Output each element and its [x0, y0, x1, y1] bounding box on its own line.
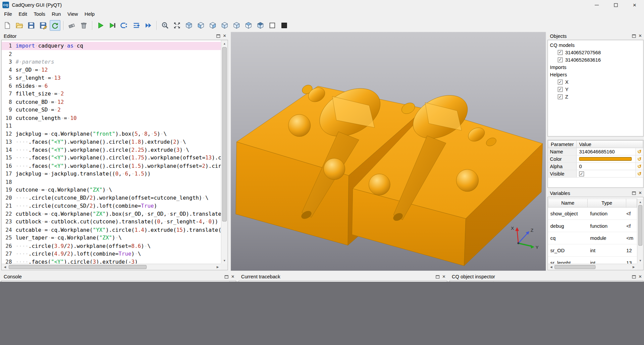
objects-tree[interactable]: CQ models✓3140652707568✓3140652683616Imp… — [547, 40, 644, 137]
code-line[interactable]: 23cutblock·=·cutblock.cut(cutcone).trans… — [2, 218, 221, 226]
scroll-right-button[interactable]: ▶ — [214, 264, 221, 270]
fit-all-button[interactable] — [172, 20, 182, 30]
open-button[interactable] — [14, 20, 25, 30]
autoreload-button[interactable] — [50, 20, 60, 30]
float-panel-button[interactable] — [436, 275, 439, 278]
float-panel-button[interactable] — [632, 275, 636, 278]
scroll-down-button[interactable]: ▼ — [221, 257, 227, 264]
float-panel-button[interactable] — [632, 34, 636, 38]
tree-group-label[interactable]: CQ models — [548, 42, 643, 49]
code-line[interactable]: 28····.faces("<Y").circle(3).extrude(-3) — [2, 258, 221, 264]
scroll-left-button[interactable]: ◀ — [548, 264, 554, 270]
float-panel-button[interactable] — [224, 275, 228, 278]
scroll-handle[interactable] — [222, 47, 226, 222]
variable-row[interactable]: show_objectfunction<f — [548, 208, 637, 220]
item-checkbox[interactable]: ✓ — [558, 80, 563, 85]
viewport-3d[interactable]: X Z Y — [231, 32, 546, 271]
editor-vscrollbar[interactable]: ▲ ▼ — [221, 40, 228, 264]
code-line[interactable]: 25luer_taper·=·cq.Workplane("ZX")·\ — [2, 234, 221, 242]
menu-view[interactable]: View — [64, 10, 81, 18]
shaded-button[interactable] — [279, 20, 289, 30]
code-line[interactable]: 18 — [2, 178, 221, 186]
item-checkbox[interactable]: ✓ — [558, 87, 563, 92]
code-line[interactable]: 5sr_lenght·=·13 — [2, 74, 221, 82]
save-button[interactable] — [26, 20, 37, 30]
scroll-left-button[interactable]: ◀ — [2, 264, 8, 270]
step-in-button[interactable] — [131, 20, 142, 30]
scroll-down-button[interactable]: ▼ — [637, 257, 643, 264]
property-value[interactable]: 3140646685160 — [577, 148, 635, 155]
code-line[interactable]: 6nSides·=·6 — [2, 82, 221, 90]
continue-button[interactable] — [143, 20, 154, 30]
editor-hscrollbar[interactable]: ◀ ▶ — [2, 264, 221, 270]
tree-item[interactable]: ✓X — [548, 78, 643, 86]
code-line[interactable]: 4sr_OD·=·12 — [2, 66, 221, 74]
delete-all-button[interactable] — [78, 20, 89, 30]
menu-help[interactable]: Help — [81, 10, 98, 18]
view-bottom-button[interactable] — [255, 20, 266, 30]
scroll-handle[interactable] — [9, 265, 147, 269]
tree-item[interactable]: ✓Z — [548, 93, 643, 100]
item-checkbox[interactable]: ✓ — [558, 94, 563, 99]
scroll-handle[interactable] — [638, 205, 642, 246]
close-panel-icon[interactable]: ✕ — [231, 275, 234, 279]
scroll-up-button[interactable]: ▲ — [221, 40, 227, 47]
close-panel-icon[interactable]: ✕ — [639, 34, 642, 38]
debug-button[interactable] — [107, 20, 118, 30]
code-line[interactable]: 9cutcone_SD·=·2 — [2, 106, 221, 114]
close-panel-icon[interactable]: ✕ — [639, 275, 642, 279]
code-line[interactable]: 12jackplug·=·cq.Workplane("front").box(5… — [2, 130, 221, 138]
code-line[interactable]: 17jackplug·=·jackplug.translate((0,·6,·1… — [2, 170, 221, 178]
tree-item[interactable]: ✓3140652683616 — [548, 56, 643, 64]
code-line[interactable]: 19cutcone·=·cq.Workplane("ZX")·\ — [2, 186, 221, 194]
revert-button[interactable]: ↺ — [635, 148, 643, 155]
close-panel-icon[interactable]: ✕ — [223, 34, 226, 38]
variable-row[interactable]: sr_ODint12 — [548, 245, 637, 257]
view-top-button[interactable] — [243, 20, 254, 30]
console-vscrollbar[interactable]: ▲ ▼ — [229, 281, 236, 282]
code-line[interactable]: 10cutcone_length·=·10 — [2, 114, 221, 122]
code-line[interactable]: 27····.circle(4.9/2).loft(combine=True)·… — [2, 250, 221, 258]
code-line[interactable]: 11 — [2, 122, 221, 130]
maximize-button[interactable] — [606, 0, 625, 10]
code-line[interactable]: 13····.faces("<Y").workplane().circle(1.… — [2, 138, 221, 146]
scroll-up-button[interactable]: ▲ — [229, 281, 235, 282]
close-panel-icon[interactable]: ✕ — [639, 191, 642, 195]
view-left-button[interactable] — [219, 20, 230, 30]
variables-vscrollbar[interactable]: ▲ ▼ — [637, 199, 643, 264]
revert-button[interactable]: ↺ — [635, 155, 643, 162]
menu-tools[interactable]: Tools — [31, 10, 49, 18]
code-line[interactable]: 21····.circle(cutcone_SD/2).loft(combine… — [2, 202, 221, 210]
code-line[interactable]: 3#·parameters — [2, 58, 221, 66]
tree-item[interactable]: ✓Y — [548, 86, 643, 93]
float-panel-button[interactable] — [216, 34, 220, 38]
code-line[interactable]: 15····.faces("<Y").workplane().circle(1.… — [2, 154, 221, 162]
property-value[interactable]: 0 — [577, 163, 635, 170]
code-line[interactable]: 8cutcone_BD·=·12 — [2, 98, 221, 106]
close-panel-icon[interactable]: ✕ — [442, 275, 445, 279]
variable-row[interactable]: cqmodule<m — [548, 232, 637, 245]
property-value[interactable]: ✓ — [577, 170, 635, 177]
code-line[interactable]: 20····.circle(cutcone_BD/2).workplane(of… — [2, 194, 221, 202]
minimize-button[interactable] — [587, 0, 606, 10]
fit-view-button[interactable] — [160, 20, 170, 30]
console-area[interactable]: In [1]: ▲ ▼ — [1, 281, 236, 282]
variables-hscrollbar[interactable]: ◀ ▶ — [548, 264, 637, 270]
viewport-canvas[interactable]: X Z Y — [231, 32, 546, 271]
variable-row[interactable]: debugfunction<f — [548, 220, 637, 232]
code-line[interactable]: 1import·cadquery·as·cq — [2, 42, 221, 50]
scroll-up-button[interactable]: ▲ — [637, 199, 643, 205]
menu-run[interactable]: Run — [49, 10, 64, 18]
menu-edit[interactable]: Edit — [15, 10, 31, 18]
color-swatch[interactable] — [579, 157, 632, 161]
scroll-right-button[interactable]: ▶ — [631, 264, 637, 270]
variable-row[interactable]: sr_lenghtint13 — [548, 257, 637, 264]
tree-group-label[interactable]: Imports — [548, 64, 643, 71]
view-iso-button[interactable] — [183, 20, 194, 30]
render-button[interactable] — [95, 20, 106, 30]
step-button[interactable] — [119, 20, 130, 30]
view-back-button[interactable] — [207, 20, 218, 30]
code-line[interactable]: 22cutblock·=·cq.Workplane("ZX").box(sr_O… — [2, 210, 221, 218]
code-line[interactable]: 16····.faces("<Y").workplane().circle(1.… — [2, 162, 221, 170]
editor-code[interactable]: 1import·cadquery·as·cq23#·parameters4sr_… — [2, 40, 221, 264]
